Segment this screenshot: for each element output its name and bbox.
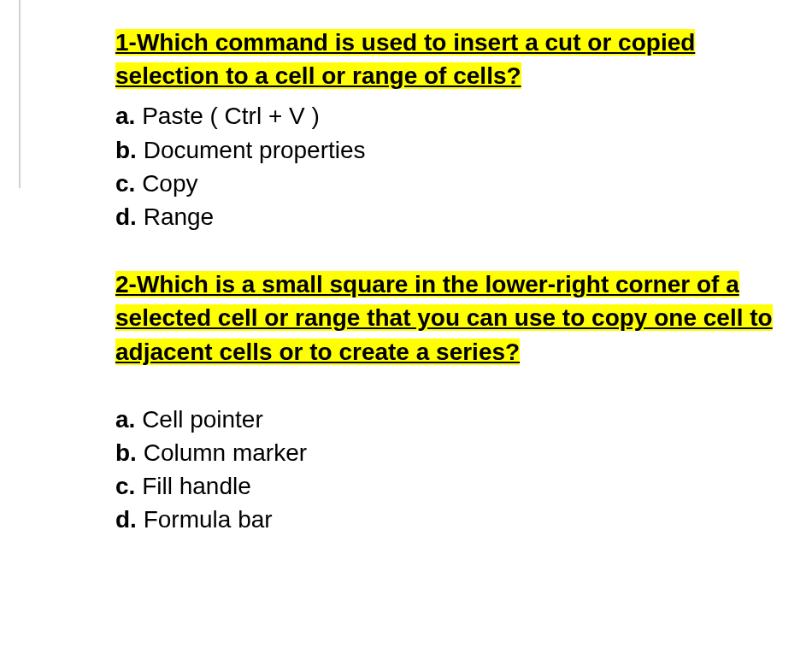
option-label: b. bbox=[115, 439, 137, 466]
option-text: Formula bar bbox=[137, 506, 273, 533]
option-label: a. bbox=[115, 103, 135, 129]
option-label: a. bbox=[115, 406, 135, 433]
option-label: d. bbox=[115, 506, 137, 533]
option-text: Cell pointer bbox=[135, 406, 262, 433]
question-1: 1-Which command is used to insert a cut … bbox=[115, 26, 795, 233]
question-2-option-a: a. Cell pointer bbox=[115, 403, 795, 436]
option-label: d. bbox=[115, 203, 137, 230]
option-label: c. bbox=[115, 473, 135, 499]
document-content: 1-Which command is used to insert a cut … bbox=[0, 0, 812, 587]
question-1-option-c: c. Copy bbox=[115, 167, 795, 200]
question-2-title: 2-Which is a small square in the lower-r… bbox=[115, 271, 773, 364]
question-1-option-b: b. Document properties bbox=[115, 133, 795, 167]
question-2-option-d: d. Formula bar bbox=[115, 503, 795, 536]
question-1-options: a. Paste ( Ctrl + V ) b. Document proper… bbox=[115, 99, 795, 233]
question-2: 2-Which is a small square in the lower-r… bbox=[115, 268, 795, 536]
option-text: Document properties bbox=[137, 137, 366, 163]
question-2-options: a. Cell pointer b. Column marker c. Fill… bbox=[115, 403, 795, 537]
question-1-option-a: a. Paste ( Ctrl + V ) bbox=[115, 99, 795, 133]
option-text: Column marker bbox=[137, 439, 307, 466]
question-2-option-b: b. Column marker bbox=[115, 436, 795, 469]
question-2-title-wrap: 2-Which is a small square in the lower-r… bbox=[115, 268, 795, 368]
question-1-title: 1-Which command is used to insert a cut … bbox=[115, 29, 695, 89]
option-text: Paste ( Ctrl + V ) bbox=[135, 103, 320, 129]
question-2-option-c: c. Fill handle bbox=[115, 469, 795, 503]
option-text: Range bbox=[137, 203, 214, 230]
option-label: c. bbox=[115, 170, 135, 197]
question-1-option-d: d. Range bbox=[115, 200, 795, 233]
option-text: Fill handle bbox=[135, 473, 250, 499]
option-label: b. bbox=[115, 137, 137, 163]
page-divider bbox=[19, 0, 21, 188]
question-1-title-wrap: 1-Which command is used to insert a cut … bbox=[115, 26, 795, 92]
option-text: Copy bbox=[135, 170, 197, 197]
